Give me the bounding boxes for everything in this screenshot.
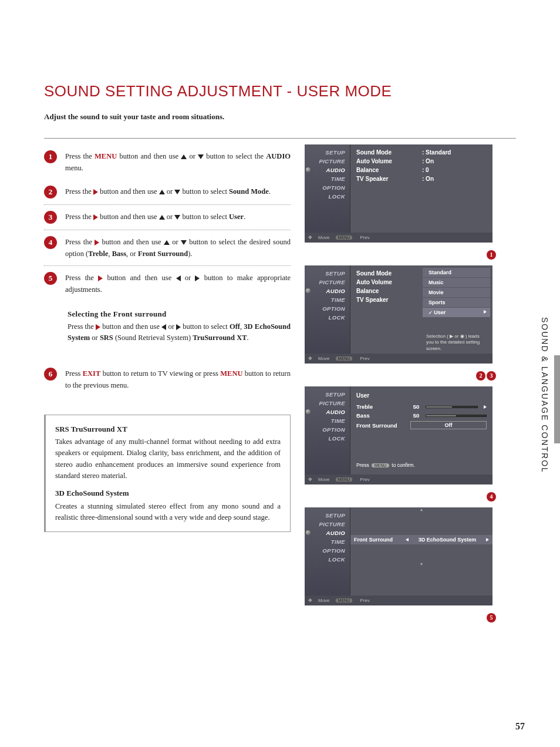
right-arrow-icon (195, 275, 200, 281)
osd-menu-setup: SETUP (305, 390, 350, 399)
trusurround-label: TruSurround XT (193, 334, 247, 342)
osd-badge: 1 (487, 250, 496, 260)
osd-slider-bass: Bass50 (353, 411, 490, 420)
osd-option: Sports (423, 298, 490, 307)
osd-menu-picture: PICTURE (305, 399, 350, 408)
menu-label: MENU (220, 369, 242, 378)
exit-label: EXIT (83, 369, 101, 378)
step-text: or (90, 334, 100, 342)
osd-menu-lock: LOCK (305, 434, 350, 443)
treble-label: Treble (88, 250, 108, 258)
step-1: 1 Press the MENU button and then use or … (44, 144, 291, 180)
step-text: or (181, 274, 195, 282)
step-text: Press the (65, 274, 98, 282)
bass-label: Bass (112, 250, 126, 258)
page-number: 57 (515, 721, 525, 732)
down-arrow-icon (174, 190, 180, 194)
step-bullet: 5 (44, 272, 57, 285)
osd-menu-picture: PICTURE (305, 520, 350, 529)
osd-panel-3: SETUP PICTURE AUDIO TIME OPTION LOCK Use… (305, 386, 492, 484)
osd-option-selected: ✓ User (423, 308, 490, 317)
step-text: Press the (65, 187, 93, 196)
step-text: or (166, 322, 176, 331)
osd-panel-4: SETUP PICTURE AUDIO TIME OPTION LOCK ▲ F… (305, 507, 492, 605)
step-text: button and then use (98, 187, 159, 196)
osd-menu-lock: LOCK (305, 192, 350, 201)
step-3: 3 Press the button and then use or butto… (44, 205, 291, 230)
up-arrow-icon (181, 154, 187, 159)
osd-panel-1: SETUP PICTURE AUDIO TIME OPTION LOCK Sou… (305, 144, 492, 243)
step-text: Press the (65, 152, 95, 160)
osd-menu-audio: AUDIO (305, 529, 350, 537)
left-arrow-icon (176, 275, 181, 281)
osd-sidebar: SETUP PICTURE AUDIO TIME OPTION LOCK (305, 144, 350, 233)
divider (44, 138, 516, 139)
step-text: menu. (65, 164, 83, 172)
osd-menu-time: TIME (305, 537, 350, 546)
osd-row: Sound Mode: Standard (353, 148, 490, 157)
osd-sidebar: SETUP PICTURE AUDIO TIME OPTION LOCK (305, 386, 350, 475)
srs-desc: Takes advantage of any multi-channel for… (55, 436, 281, 482)
step-bullet: 3 (44, 211, 57, 224)
right-arrow-icon (93, 189, 98, 195)
osd-menu-option: OPTION (305, 304, 350, 313)
osd-menu-lock: LOCK (305, 555, 350, 564)
echosound-heading: 3D EchoSound System (55, 487, 281, 499)
right-arrow-icon (95, 240, 99, 245)
front-surround-text: Press the button and then use or button … (68, 321, 291, 344)
osd-confirm: PressMENUto confirm. (353, 460, 490, 470)
step-text: ). (188, 250, 192, 258)
step-text: or (165, 187, 175, 196)
osd-menu-time: TIME (305, 295, 350, 304)
osd-footer: ✥ Move MENUPrev (305, 475, 492, 484)
step-text: Press the (65, 238, 95, 246)
osd-column: SETUP PICTURE AUDIO TIME OPTION LOCK Sou… (305, 144, 498, 628)
osd-footer: ✥ Move MENUPrev (305, 595, 492, 605)
chevron-right-icon (484, 405, 487, 409)
osd-sidebar: SETUP PICTURE AUDIO TIME OPTION LOCK (305, 265, 350, 354)
step-text: button to select (180, 213, 229, 221)
srs-heading: SRS TruSurround XT (55, 423, 281, 435)
chevron-left-icon (406, 538, 409, 541)
osd-badge: 4 (487, 492, 496, 502)
up-arrow-icon (159, 215, 165, 220)
osd-footer: ✥ Move MENUPrev (305, 233, 492, 243)
osd-menu-audio: AUDIO (305, 166, 350, 174)
right-arrow-icon (93, 214, 98, 220)
step-2: 2 Press the button and then use or butto… (44, 180, 291, 205)
section-side-label: SOUND & LANGUAGE CONTROL (540, 317, 549, 473)
right-arrow-icon (176, 324, 181, 330)
osd-menu-option: OPTION (305, 425, 350, 434)
right-arrow-icon (98, 275, 103, 281)
osd-row: TV Speaker: On (353, 174, 490, 183)
front-surround-heading: Selecting the Front surround (68, 309, 291, 319)
down-arrow-icon (198, 154, 204, 159)
step-text: button to select the (204, 152, 266, 160)
osd-option: Music (423, 278, 490, 287)
osd-badge: 5 (487, 613, 496, 622)
step-text: . (244, 213, 245, 221)
intro-text: Adjust the sound to suit your taste and … (44, 112, 516, 122)
osd-sidebar: SETUP PICTURE AUDIO TIME OPTION LOCK (305, 507, 350, 595)
osd-row: Auto Volume: On (353, 157, 490, 166)
osd-hint: Selection ( ▶ or ◉ ) leads you to the de… (423, 331, 490, 354)
osd-menu-option: OPTION (305, 546, 350, 555)
osd-option: Standard (423, 268, 490, 277)
osd-panel-2: SETUP PICTURE AUDIO TIME OPTION LOCK Sou… (305, 265, 492, 364)
osd-badge: 3 (487, 371, 496, 381)
step-5: 5 Press the button and then use or butto… (44, 266, 291, 301)
step-bullet: 4 (44, 236, 57, 249)
front-surround-label: Front Surround (138, 250, 188, 258)
step-bullet: 1 (44, 150, 57, 163)
step-bullet: 6 (44, 368, 57, 381)
sound-mode-label: Sound Mode (229, 187, 269, 196)
side-tab (554, 355, 560, 443)
step-text: button to select (181, 322, 230, 331)
osd-front-surround-selected: Front Surround 3D EchoSound System (350, 535, 492, 544)
osd-menu-lock: LOCK (305, 313, 350, 322)
step-text: button and then use (99, 238, 164, 246)
down-arrow-icon (174, 215, 180, 220)
step-text: . (269, 187, 271, 196)
down-arrow-icon (181, 240, 187, 245)
osd-menu-picture: PICTURE (305, 157, 350, 166)
